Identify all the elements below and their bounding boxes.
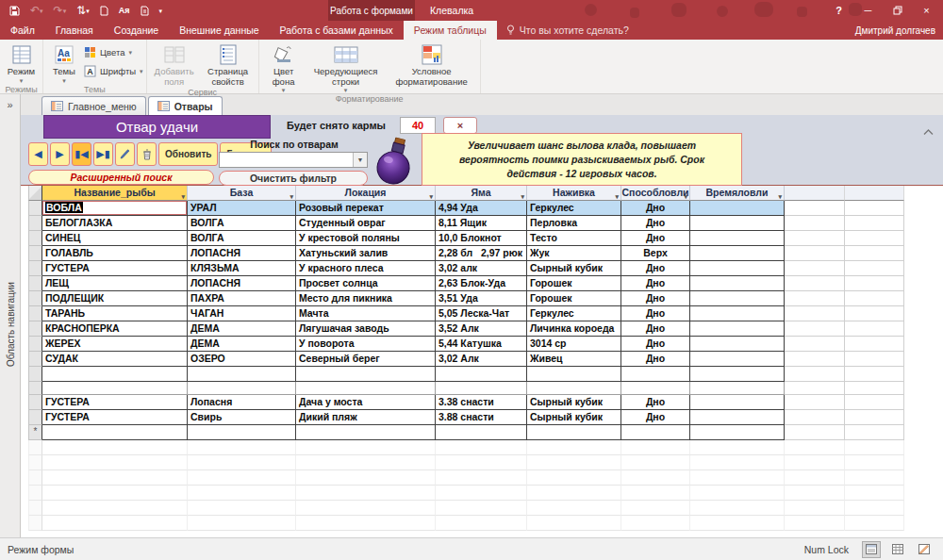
cell[interactable]: У крестовой поляны bbox=[296, 231, 436, 246]
cell[interactable] bbox=[188, 425, 296, 440]
cell[interactable]: ОЗЕРО bbox=[188, 352, 296, 367]
cell[interactable] bbox=[42, 425, 188, 440]
cell-empty[interactable] bbox=[845, 337, 904, 352]
datasheet-view-icon[interactable] bbox=[888, 541, 907, 558]
cell[interactable]: Горошек bbox=[527, 291, 621, 306]
sort-icon[interactable]: ⇅▾ bbox=[76, 5, 90, 16]
row-selector[interactable] bbox=[28, 261, 42, 276]
cell[interactable] bbox=[42, 382, 188, 395]
table-row[interactable]: ГОЛАВЛЬЛОПАСНЯХатуньский залив2,28 бл 2,… bbox=[28, 246, 904, 261]
cell[interactable] bbox=[527, 382, 621, 395]
cell[interactable] bbox=[42, 367, 188, 382]
column-header[interactable]: Яма▾ bbox=[436, 186, 527, 201]
tab-datasheet-mode[interactable]: Режим таблицы bbox=[404, 21, 497, 40]
close-button[interactable]: × bbox=[912, 0, 941, 21]
column-header[interactable]: Название_рыбы▾ bbox=[42, 186, 188, 201]
cell[interactable]: Верх bbox=[621, 246, 690, 261]
fonts-button[interactable]: A Шрифты▾ bbox=[84, 64, 143, 78]
table-row[interactable]: ЛЕЩЛОПАСНЯПросвет солнца2,63 Блок-УдаГор… bbox=[28, 276, 904, 291]
cell[interactable]: Тесто bbox=[527, 231, 621, 246]
cell-empty[interactable] bbox=[785, 410, 845, 425]
cell[interactable]: Лопасня bbox=[188, 395, 296, 410]
cell-empty[interactable] bbox=[845, 321, 904, 337]
cell[interactable] bbox=[690, 321, 785, 337]
cell[interactable]: Дно bbox=[621, 337, 690, 352]
doc-tab-potions[interactable]: Отвары bbox=[148, 96, 223, 115]
table-row[interactable] bbox=[28, 367, 904, 382]
row-selector[interactable]: * bbox=[28, 425, 42, 440]
cell[interactable]: ЧАГАН bbox=[188, 306, 296, 321]
cell[interactable] bbox=[690, 352, 785, 367]
cell-empty[interactable] bbox=[785, 246, 845, 261]
cell[interactable]: Дно bbox=[621, 291, 690, 306]
cell[interactable] bbox=[436, 425, 527, 440]
cell[interactable] bbox=[690, 201, 785, 216]
cell[interactable]: Дно bbox=[621, 231, 690, 246]
cell-empty[interactable] bbox=[785, 337, 845, 352]
navigation-pane-collapsed[interactable]: » Область навигации bbox=[0, 94, 21, 537]
undo-icon[interactable]: ↶▾ bbox=[30, 5, 43, 16]
tab-create[interactable]: Создание bbox=[104, 21, 169, 40]
cell-empty[interactable] bbox=[785, 306, 845, 321]
column-header[interactable]: База▾ bbox=[188, 186, 296, 201]
tab-external-data[interactable]: Внешние данные bbox=[169, 21, 269, 40]
collapse-ribbon-icon[interactable] bbox=[923, 123, 934, 140]
background-color-button[interactable]: Цвет фона ▾ bbox=[262, 41, 306, 93]
cell[interactable] bbox=[436, 382, 527, 395]
cell[interactable] bbox=[690, 261, 785, 276]
cell[interactable]: У поворота bbox=[296, 337, 436, 352]
cell[interactable] bbox=[690, 276, 785, 291]
cell[interactable]: Просвет солнца bbox=[296, 276, 436, 291]
delete-record-button[interactable] bbox=[137, 142, 157, 166]
cell[interactable]: ЖЕРЕХ bbox=[42, 337, 188, 352]
table-row[interactable]: * bbox=[28, 425, 904, 440]
help-button[interactable]: ? bbox=[824, 0, 853, 21]
row-selector[interactable] bbox=[28, 352, 42, 367]
cell[interactable] bbox=[527, 425, 621, 440]
cell[interactable]: Свирь bbox=[188, 410, 296, 425]
cell[interactable]: 2,28 бл 2,97 рюк bbox=[436, 246, 527, 261]
combo-dropdown-icon[interactable]: ▼ bbox=[353, 153, 367, 167]
potion-search-combo[interactable]: ▼ bbox=[219, 152, 368, 168]
cell-empty[interactable] bbox=[785, 231, 845, 246]
filter-caret-icon[interactable]: ▾ bbox=[521, 189, 524, 201]
layout-view-icon[interactable] bbox=[915, 541, 934, 558]
filter-caret-icon[interactable]: ▾ bbox=[429, 189, 433, 201]
filter-caret-icon[interactable]: ▾ bbox=[684, 189, 687, 201]
next-record-button[interactable]: ▶ bbox=[50, 142, 70, 166]
cell[interactable]: Дно bbox=[621, 216, 690, 231]
property-sheet-button[interactable]: Страница свойств bbox=[201, 41, 256, 87]
cell-empty[interactable] bbox=[845, 410, 904, 425]
last-record-button[interactable]: ▶▮ bbox=[93, 142, 113, 166]
cell[interactable]: Геркулес bbox=[527, 201, 621, 216]
table-row[interactable]: ТАРАНЬЧАГАНМачта5,05 Леска-ЧатГеркулесДн… bbox=[28, 306, 904, 321]
cell[interactable]: ЛЕЩ bbox=[42, 276, 188, 291]
cell-empty[interactable] bbox=[785, 425, 845, 440]
cell[interactable]: 2,63 Блок-Уда bbox=[436, 276, 527, 291]
cell-empty[interactable] bbox=[785, 321, 845, 337]
table-row[interactable]: ЖЕРЕХДЕМАУ поворота5,44 Катушка3014 срДн… bbox=[28, 337, 904, 352]
cell[interactable] bbox=[690, 337, 785, 352]
cell[interactable]: Мачта bbox=[296, 306, 436, 321]
save-icon[interactable] bbox=[9, 6, 20, 16]
cell[interactable]: 3,51 Уда bbox=[436, 291, 527, 306]
cell-empty[interactable] bbox=[785, 382, 845, 395]
doc-tab-main-menu[interactable]: Главное_меню bbox=[41, 96, 146, 115]
cell[interactable]: КРАСНОПЕРКА bbox=[42, 321, 188, 337]
cell[interactable] bbox=[621, 382, 690, 395]
cell-empty[interactable] bbox=[785, 261, 845, 276]
cell[interactable]: Дно bbox=[621, 261, 690, 276]
cell[interactable]: У красного плеса bbox=[296, 261, 436, 276]
table-row[interactable]: СИНЕЦВОЛГАУ крестовой поляны10,0 Блокнот… bbox=[28, 231, 904, 246]
table-row[interactable]: КРАСНОПЕРКАДЕМАЛягушачая заводь3,52 АлкЛ… bbox=[28, 321, 904, 337]
cell[interactable] bbox=[690, 246, 785, 261]
row-selector[interactable] bbox=[28, 321, 42, 337]
cell-empty[interactable] bbox=[785, 216, 845, 231]
cell[interactable] bbox=[690, 216, 785, 231]
tell-me-box[interactable]: Что вы хотите сделать? bbox=[497, 21, 638, 40]
cell-empty[interactable] bbox=[845, 382, 904, 395]
tab-home[interactable]: Главная bbox=[45, 21, 104, 40]
cell[interactable] bbox=[690, 291, 785, 306]
row-selector[interactable] bbox=[28, 367, 42, 382]
cell[interactable] bbox=[690, 231, 785, 246]
